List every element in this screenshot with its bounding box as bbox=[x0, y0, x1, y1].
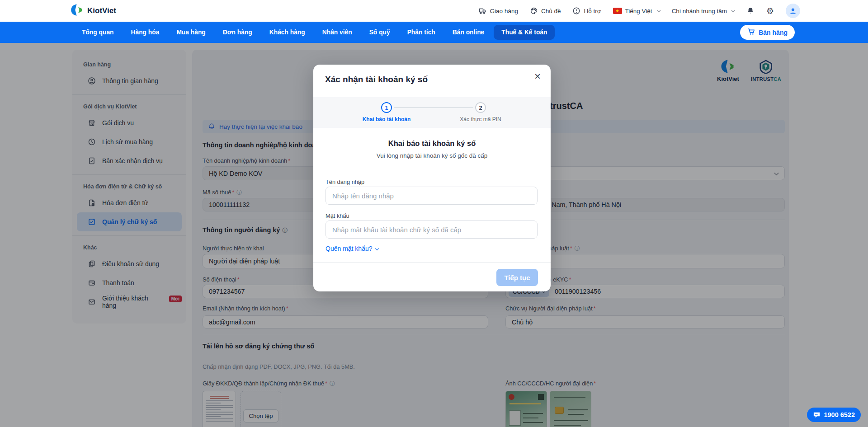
help-icon bbox=[572, 7, 580, 15]
close-icon[interactable]: × bbox=[534, 71, 541, 82]
language-label: Tiếng Việt bbox=[625, 8, 652, 14]
digital-signature-modal: Xác nhận tài khoản ký số × 1 2 Khai báo … bbox=[313, 65, 551, 291]
bell-icon bbox=[746, 7, 755, 15]
branch-selector[interactable]: Chi nhánh trung tâm bbox=[672, 8, 735, 14]
tab-tong-quan[interactable]: Tổng quan bbox=[74, 25, 122, 40]
delivery-label: Giao hàng bbox=[490, 8, 518, 14]
tab-so-quy[interactable]: Sổ quỹ bbox=[362, 25, 398, 40]
step-2-label: Xác thực mã PIN bbox=[444, 116, 517, 122]
step-1-circle: 1 bbox=[381, 102, 392, 113]
branch-label: Chi nhánh trung tâm bbox=[672, 8, 727, 14]
modal-title: Xác nhận tài khoản ký số bbox=[325, 75, 428, 84]
tab-hang-hoa[interactable]: Hàng hóa bbox=[123, 25, 167, 40]
tab-phan-tich[interactable]: Phân tích bbox=[400, 25, 443, 40]
tab-don-hang[interactable]: Đơn hàng bbox=[215, 25, 260, 40]
top-header: KiotViet Giao hàng Chủ đề Hỗ trợ ★ Tiếng… bbox=[0, 0, 868, 22]
tab-mua-hang[interactable]: Mua hàng bbox=[169, 25, 213, 40]
kiotviet-brand[interactable]: KiotViet bbox=[70, 3, 116, 19]
forgot-password-link[interactable]: Quên mật khẩu? bbox=[326, 245, 378, 252]
settings-gear[interactable]: ⚙ bbox=[766, 6, 774, 16]
stepper-line bbox=[394, 107, 473, 108]
modal-subheading: Vui lòng nhập tài khoản ký số gốc đã cấp bbox=[313, 152, 551, 159]
chevron-down-icon bbox=[731, 8, 735, 12]
theme-label: Chủ đề bbox=[541, 8, 561, 14]
user-avatar[interactable] bbox=[786, 4, 800, 18]
modal-heading: Khai báo tài khoản ký số bbox=[313, 139, 551, 148]
language-selector[interactable]: ★ Tiếng Việt bbox=[613, 8, 660, 14]
tab-ban-online[interactable]: Bán online bbox=[445, 25, 492, 40]
chevron-down-icon bbox=[375, 246, 378, 250]
tab-khach-hang[interactable]: Khách hàng bbox=[262, 25, 313, 40]
delivery-truck-icon bbox=[479, 7, 487, 14]
vietnam-flag-icon: ★ bbox=[613, 8, 622, 14]
page-body: Gian hàng Thông tin gian hàng Gói dịch v… bbox=[0, 43, 868, 427]
theme-menu[interactable]: Chủ đề bbox=[530, 7, 561, 15]
support-menu[interactable]: Hỗ trợ bbox=[572, 7, 601, 15]
person-icon bbox=[789, 7, 797, 15]
notifications-bell[interactable] bbox=[746, 7, 755, 15]
kiotviet-logo-icon bbox=[70, 3, 84, 19]
stepper: 1 2 Khai báo tài khoản Xác thực mã PIN bbox=[313, 97, 551, 128]
main-navbar: Tổng quan Hàng hóa Mua hàng Đơn hàng Khá… bbox=[0, 22, 868, 43]
palette-icon bbox=[530, 7, 538, 15]
step-2-circle: 2 bbox=[475, 102, 486, 113]
hotline-chat-button[interactable]: 1900 6522 bbox=[807, 408, 861, 422]
cart-icon bbox=[747, 28, 755, 37]
support-label: Hỗ trợ bbox=[584, 8, 601, 14]
brand-name: KiotViet bbox=[87, 6, 116, 15]
chevron-down-icon bbox=[656, 8, 660, 12]
tab-nhan-vien[interactable]: Nhân viên bbox=[315, 25, 360, 40]
tab-thue-ke-toan[interactable]: Thuế & Kế toán bbox=[494, 25, 555, 40]
username-label: Tên đăng nhập bbox=[326, 178, 364, 185]
divider bbox=[313, 262, 551, 263]
delivery-menu[interactable]: Giao hàng bbox=[479, 7, 518, 14]
password-input[interactable] bbox=[326, 221, 538, 239]
username-input[interactable] bbox=[326, 187, 538, 205]
chat-bubble-icon bbox=[813, 411, 821, 418]
continue-button[interactable]: Tiếp tục bbox=[496, 269, 538, 286]
sell-button[interactable]: Bán hàng bbox=[740, 25, 795, 40]
gear-icon: ⚙ bbox=[766, 6, 774, 16]
step-1-label: Khai báo tài khoản bbox=[350, 116, 423, 122]
password-label: Mật khẩu bbox=[326, 212, 349, 219]
